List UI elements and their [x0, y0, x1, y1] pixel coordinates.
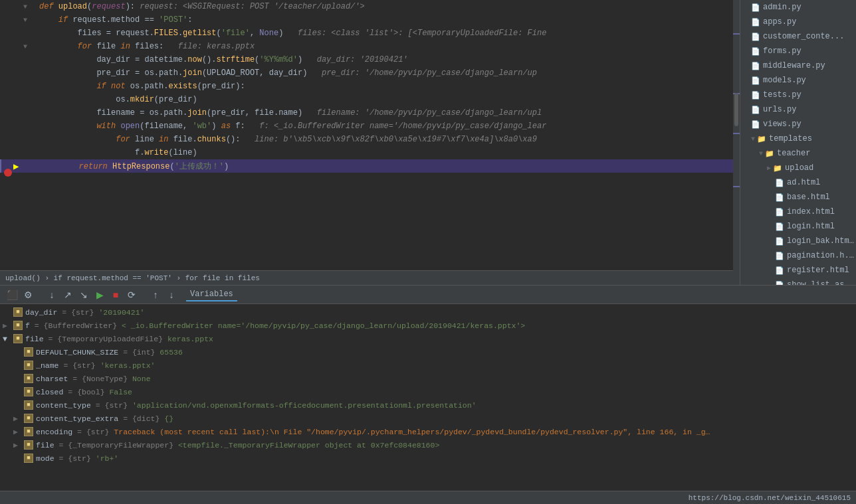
line-gutter-2: ▼ [0, 17, 37, 24]
code-text-2: if request.method == 'POST': [37, 15, 728, 25]
var-item-charset[interactable]: ■ charset = {NoneType} None [0, 372, 856, 385]
code-line-11: for line in file.chunks(): line: b'\xb5\… [0, 133, 733, 146]
tree-label: views.py [763, 120, 802, 129]
var-type: = {NoneType} [68, 375, 132, 383]
var-item-content-type-extra[interactable]: ▶ ■ content_type_extra = {dict} {} [0, 412, 856, 425]
file-icon: 📄 [775, 266, 784, 275]
var-type-icon: ■ [13, 334, 23, 343]
expand-icon [13, 401, 24, 410]
tree-item-models[interactable]: 📄 models.py [740, 73, 856, 88]
breadcrumb-text: upload() › if request.method == 'POST' ›… [5, 274, 260, 282]
var-item-mode[interactable]: ■ mode = {str} 'rb+' [0, 452, 856, 465]
code-line-12: f.write(line) [0, 146, 733, 159]
tree-item-pagination[interactable]: 📄 pagination.h... [740, 248, 856, 263]
var-name: mode [36, 454, 54, 463]
folder-icon: 📁 [765, 149, 774, 158]
code-text-3: files = request.FILES.getlist('file', No… [37, 29, 728, 38]
debug-icon-2[interactable]: ⚙ [21, 288, 35, 301]
code-editor[interactable]: ▼ def upload(request): request: <WSGIReq… [0, 0, 733, 285]
next-frame-btn[interactable]: ↓ [165, 288, 178, 301]
var-item-chunk-size[interactable]: ■ DEFAULT_CHUNK_SIZE = {int} 65536 [0, 345, 856, 359]
expand-icon [13, 361, 24, 370]
file-icon: 📄 [751, 33, 760, 41]
tree-label: login.html [787, 222, 835, 231]
tree-item-upload[interactable]: ▶ 📁 upload [740, 161, 856, 175]
tree-label: middleware.py [763, 61, 825, 70]
var-value: 65536 [160, 348, 183, 357]
var-type-icon: ■ [24, 387, 33, 396]
tree-item-register[interactable]: 📄 register.html [740, 263, 856, 278]
tree-label: login_bak.htm... [787, 236, 856, 246]
var-type: = {str} [59, 361, 100, 370]
expand-icon[interactable]: ▶ [13, 427, 24, 436]
var-type: = {BufferedWriter} [30, 321, 122, 330]
tree-label: forms.py [763, 46, 802, 56]
file-icon: 📄 [775, 179, 784, 187]
vertical-scrollbar[interactable] [733, 0, 740, 285]
tree-item-customer[interactable]: 📄 customer_conte... [740, 29, 856, 44]
tree-label-templates: templates [769, 134, 812, 143]
tree-item-apps[interactable]: 📄 apps.py [740, 15, 856, 29]
step-into-btn[interactable]: ↗ [61, 288, 74, 301]
var-type-icon: ■ [24, 374, 33, 383]
code-line-7: if not os.path.exists(pre_dir): [0, 80, 733, 93]
tab-variables[interactable]: Variables [186, 288, 237, 301]
code-text-12: f.write(line) [37, 148, 728, 157]
var-item-file[interactable]: ▼ ■ file = {TemporaryUploadedFile} keras… [0, 332, 856, 345]
reload-btn[interactable]: ⟳ [125, 288, 138, 301]
tree-item-forms[interactable]: 📄 forms.py [740, 44, 856, 58]
tree-item-admin[interactable]: 📄 admin.py [740, 0, 856, 15]
var-type: = {TemporaryUploadedFile} [44, 335, 167, 343]
var-name: encoding [36, 428, 72, 436]
expand-icon[interactable]: ▶ [13, 440, 24, 450]
code-line-4: ▼ for file in files: file: keras.pptx [0, 40, 733, 53]
expand-icon[interactable]: ▶ [13, 414, 24, 423]
tree-label: tests.py [763, 90, 802, 100]
var-item-f[interactable]: ▶ ■ f = {BufferedWriter} < _io.BufferedW… [0, 319, 856, 332]
var-item-name[interactable]: ■ _name = {str} 'keras.pptx' [0, 359, 856, 372]
var-name: f [25, 321, 30, 330]
tree-item-templates[interactable]: ▼ 📁 templates [740, 131, 856, 146]
tree-item-middleware[interactable]: 📄 middleware.py [740, 58, 856, 73]
code-text-4: for file in files: file: keras.pptx [37, 42, 728, 51]
tree-item-urls[interactable]: 📄 urls.py [740, 102, 856, 117]
expand-icon[interactable]: ▶ [3, 321, 13, 330]
var-item-content-type[interactable]: ■ content_type = {str} 'application/vnd.… [0, 398, 856, 412]
tree-item-tests[interactable]: 📄 tests.py [740, 88, 856, 102]
var-item-closed[interactable]: ■ closed = {bool} False [0, 385, 856, 398]
tree-item-ad[interactable]: 📄 ad.html [740, 175, 856, 190]
file-icon: 📄 [775, 208, 784, 216]
var-value: keras.pptx [167, 335, 213, 343]
fold-icon-2[interactable]: ▼ [23, 17, 31, 24]
tree-item-base[interactable]: 📄 base.html [740, 190, 856, 205]
tree-item-show-list[interactable]: 📄 show_list_as... [740, 278, 856, 285]
code-line-8: os.mkdir(pre_dir) [0, 93, 733, 106]
tree-label: index.html [787, 207, 835, 216]
resume-btn[interactable]: ▶ [93, 288, 106, 301]
file-icon: 📄 [751, 76, 760, 85]
stop-btn[interactable]: ■ [109, 288, 122, 301]
tree-item-views[interactable]: 📄 views.py [740, 117, 856, 131]
debug-icon-1[interactable]: ⬛ [5, 288, 19, 301]
breadcrumb: upload() › if request.method == 'POST' ›… [0, 270, 733, 285]
step-over-btn[interactable]: ↓ [45, 288, 58, 301]
tree-item-login-bak[interactable]: 📄 login_bak.htm... [740, 234, 856, 248]
tree-label: urls.py [763, 105, 796, 114]
var-item-encoding[interactable]: ▶ ■ encoding = {str} Traceback (most rec… [0, 425, 856, 438]
var-type-icon: ■ [24, 400, 33, 410]
prev-frame-btn[interactable]: ↑ [149, 288, 162, 301]
tree-label-teacher: teacher [777, 149, 810, 158]
file-tree[interactable]: 📄 admin.py 📄 apps.py 📄 customer_conte...… [740, 0, 856, 285]
var-value: 'rb+' [96, 454, 119, 463]
line-gutter-1: ▼ [0, 3, 37, 11]
tab-variables-label: Variables [190, 290, 233, 299]
tree-item-teacher[interactable]: ▼ 📁 teacher [740, 146, 856, 161]
tree-item-index[interactable]: 📄 index.html [740, 205, 856, 219]
step-out-btn[interactable]: ↘ [77, 288, 90, 301]
fold-icon-4[interactable]: ▼ [23, 43, 31, 50]
expand-icon[interactable]: ▼ [3, 335, 13, 343]
var-item-file-inner[interactable]: ▶ ■ file = {_TemporaryFileWrapper} <temp… [0, 438, 856, 452]
var-item-day-dir[interactable]: ■ day_dir = {str} '20190421' [0, 305, 856, 319]
tree-item-login[interactable]: 📄 login.html [740, 219, 856, 234]
fold-icon-1[interactable]: ▼ [23, 3, 31, 11]
